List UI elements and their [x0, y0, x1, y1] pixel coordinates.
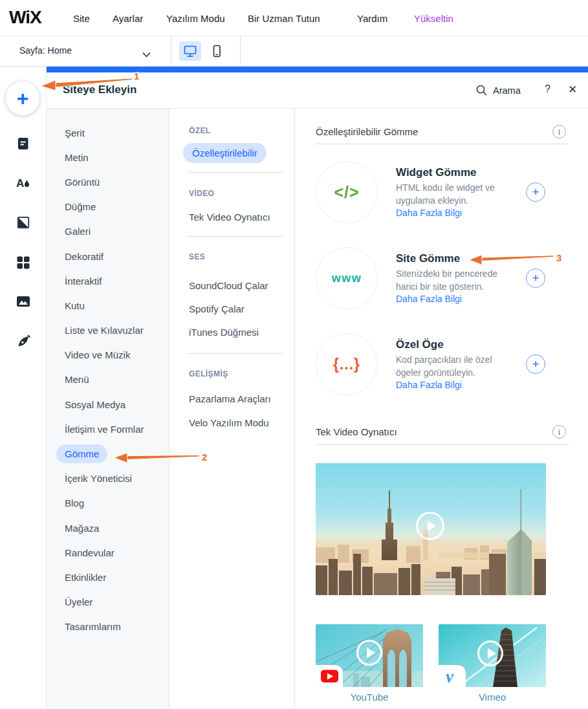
embed-item-description: HTML kodu ile widget ve uygulama ekleyin… — [396, 181, 495, 207]
add-site-embed-button[interactable]: + — [526, 268, 545, 288]
menu-hire-professional[interactable]: Bir Uzman Tutun — [248, 13, 320, 24]
subnav-item-soundcloud-calar[interactable]: SoundCloud Çalar — [189, 280, 268, 291]
category-goruntu[interactable]: Görüntü — [47, 169, 169, 194]
website-embed-icon: www — [316, 247, 378, 309]
add-element-button[interactable]: + — [6, 82, 39, 115]
category-list: Şerit Metin Görüntü Düğme Galeri Dekorat… — [47, 109, 169, 709]
category-serit[interactable]: Şerit — [47, 120, 169, 145]
embed-item-title: Site Gömme — [396, 252, 460, 265]
desktop-view-button[interactable] — [179, 41, 201, 61]
category-iletisim-ve-formlar[interactable]: İletişim ve Formlar — [47, 417, 169, 441]
subnav-divider — [188, 236, 283, 237]
embed-content-area: Özelleştirilebilir Gömme i </> Widget Gö… — [294, 109, 588, 709]
widget-embed-item[interactable]: </> Widget Gömme HTML kodu ile widget ve… — [316, 161, 569, 223]
subnav-header-ozel: ÖZEL — [189, 126, 211, 135]
category-liste-ve-kilavuzlar[interactable]: Liste ve Kılavuzlar — [47, 318, 169, 343]
thumbnail-caption: YouTube — [316, 692, 423, 703]
blog-pen-icon[interactable] — [16, 334, 31, 349]
search-button[interactable]: Arama — [475, 84, 521, 96]
category-icerik-yoneticisi[interactable]: İçerik Yöneticisi — [47, 466, 169, 491]
subnav-item-tek-video-oynatici[interactable]: Tek Video Oynatıcı — [189, 212, 270, 223]
desktop-icon — [182, 43, 198, 59]
menu-upgrade[interactable]: Yükseltin — [414, 13, 453, 24]
category-dekoratif[interactable]: Dekoratif — [47, 244, 169, 268]
section-title-video: Tek Video Oynatıcı — [316, 426, 397, 437]
toolbar-divider — [240, 36, 241, 66]
info-icon[interactable]: i — [552, 425, 566, 439]
mobile-view-button[interactable] — [206, 41, 228, 61]
add-custom-element-button[interactable]: + — [526, 354, 545, 374]
section-divider — [316, 444, 569, 445]
embed-item-description: Kod parçacıkları ile özel ögeler görüntü… — [396, 353, 492, 379]
subnav-header-video: VİDEO — [189, 189, 214, 198]
embed-item-title: Widget Gömme — [396, 166, 477, 179]
wix-logo[interactable]: WiX — [9, 7, 41, 28]
subnav-item-spotify-calar[interactable]: Spotify Çalar — [189, 303, 245, 314]
media-icon[interactable] — [16, 294, 31, 309]
category-blog[interactable]: Blog — [47, 491, 169, 516]
thumbnail-caption: Vimeo — [439, 692, 546, 703]
custom-element-icon: {...} — [316, 333, 378, 395]
wix-editor: WiX Site Ayarlar Yazılım Modu Bir Uzman … — [0, 0, 588, 709]
subnav-header-gelismis: GELİŞMİŞ — [189, 369, 228, 378]
close-icon[interactable]: ✕ — [568, 83, 577, 96]
category-tasarimlarim[interactable]: Tasarımlarım — [47, 615, 169, 639]
embed-item-title: Özel Öge — [396, 338, 444, 351]
category-metin[interactable]: Metin — [47, 145, 169, 169]
subnav-divider — [188, 172, 283, 173]
play-icon — [477, 640, 503, 666]
category-randevular[interactable]: Randevular — [47, 540, 169, 565]
subnav-item-ozellestirilebilir-selected[interactable]: Özelleştirilebilir — [183, 143, 267, 163]
subnav-divider — [188, 353, 283, 354]
vimeo-logo-icon: v — [446, 667, 454, 686]
page-selector[interactable]: Sayfa: Home — [19, 45, 72, 56]
toolbar-divider — [171, 36, 171, 66]
category-video-ve-muzik[interactable]: Video ve Müzik — [47, 343, 169, 367]
video-upload-thumbnail[interactable] — [316, 463, 546, 595]
site-background-icon[interactable] — [16, 215, 31, 230]
learn-more-link[interactable]: Daha Fazla Bilgi — [396, 294, 462, 304]
pages-icon[interactable] — [16, 136, 31, 151]
category-etkinlikler[interactable]: Etkinlikler — [47, 565, 169, 589]
youtube-thumbnail[interactable] — [316, 624, 423, 687]
svg-text:A: A — [16, 177, 24, 190]
subnav-item-itunes-dugmesi[interactable]: iTunes Düğmesi — [189, 327, 259, 338]
info-icon[interactable]: i — [552, 125, 566, 138]
learn-more-link[interactable]: Daha Fazla Bilgi — [396, 380, 462, 390]
category-galeri[interactable]: Galeri — [47, 219, 169, 244]
category-dugme[interactable]: Düğme — [47, 195, 169, 219]
category-kutu[interactable]: Kutu — [47, 293, 169, 318]
help-button[interactable]: ? — [545, 83, 550, 95]
site-embed-item[interactable]: www Site Gömme Sitenizdeki bir pencerede… — [316, 247, 569, 309]
menu-site[interactable]: Site — [73, 13, 90, 24]
category-interaktif[interactable]: İnteraktif — [47, 268, 169, 293]
subnav-item-pazarlama-araclari[interactable]: Pazarlama Araçları — [189, 393, 271, 404]
search-icon — [475, 84, 488, 96]
learn-more-link[interactable]: Daha Fazla Bilgi — [396, 208, 462, 218]
chevron-down-icon[interactable] — [142, 49, 151, 60]
menu-dev-mode[interactable]: Yazılım Modu — [166, 13, 225, 24]
menu-help[interactable]: Yardım — [357, 13, 387, 24]
menu-settings[interactable]: Ayarlar — [113, 13, 143, 24]
app-market-icon[interactable] — [16, 255, 31, 270]
left-rail: + A — [0, 67, 47, 709]
category-uyeler[interactable]: Üyeler — [47, 590, 169, 615]
code-embed-icon: </> — [316, 161, 378, 223]
subcategory-list: ÖZEL Özelleştirilebilir VİDEO Tek Video … — [169, 109, 294, 709]
mobile-icon — [209, 43, 224, 59]
panel-title: Siteye Ekleyin — [63, 83, 136, 96]
top-menu-bar: WiX Site Ayarlar Yazılım Modu Bir Uzman … — [0, 0, 588, 36]
custom-element-item[interactable]: {...} Özel Öge Kod parçacıkları ile özel… — [316, 333, 569, 395]
category-gomme-selected[interactable]: Gömme — [47, 441, 169, 466]
play-icon — [356, 640, 382, 666]
subnav-item-velo-yazilim-modu[interactable]: Velo Yazılım Modu — [189, 417, 269, 428]
site-design-icon[interactable]: A — [16, 175, 31, 191]
vimeo-thumbnail[interactable]: v — [439, 624, 546, 687]
plus-icon: + — [17, 87, 29, 111]
category-menu[interactable]: Menü — [47, 367, 169, 392]
category-magaza[interactable]: Mağaza — [47, 516, 169, 540]
category-sosyal-medya[interactable]: Sosyal Medya — [47, 392, 169, 417]
subnav-header-ses: SES — [189, 252, 205, 261]
search-label: Arama — [493, 85, 521, 96]
add-widget-embed-button[interactable]: + — [526, 182, 545, 202]
